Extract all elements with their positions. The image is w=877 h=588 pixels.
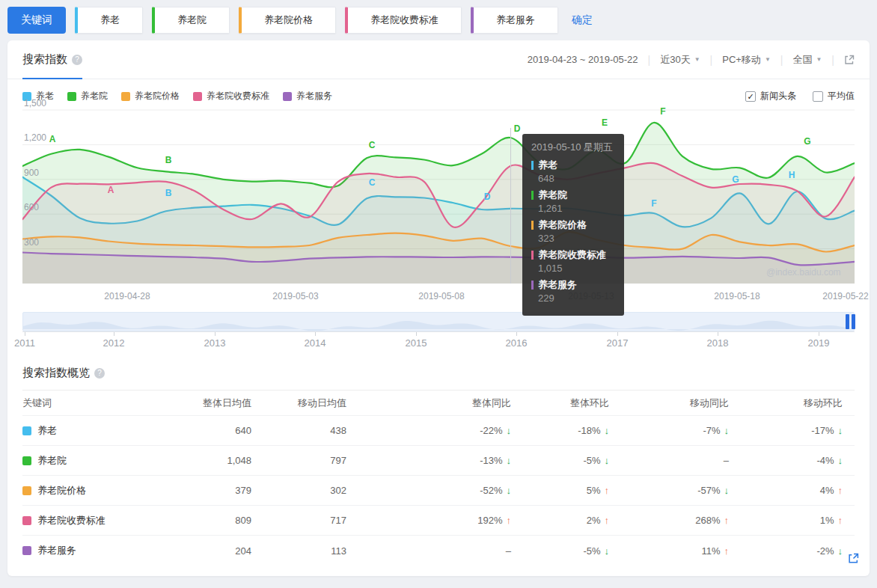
- keyword-swatch: [22, 486, 31, 495]
- legend-item[interactable]: 养老院: [67, 90, 108, 102]
- keyword-tag[interactable]: 养老服务: [471, 7, 558, 34]
- trend-up-arrow-icon: ↑: [838, 515, 843, 526]
- news-marker-d[interactable]: D: [514, 123, 521, 134]
- news-marker-c[interactable]: C: [369, 140, 376, 150]
- column-header: 移动环比: [739, 396, 853, 410]
- keyword-name: 养老院: [37, 454, 67, 468]
- news-marker-d[interactable]: D: [484, 192, 491, 202]
- keyword-tag[interactable]: 养老院: [152, 7, 230, 34]
- overall-avg-cell: 379: [157, 485, 262, 496]
- trend-down-arrow-icon: ↓: [507, 485, 512, 496]
- table-row: 养老服务 204 113 –-5%↓11%↑-2%↓: [22, 536, 855, 566]
- keyword-tag[interactable]: 养老院价格: [239, 7, 336, 34]
- news-marker-a[interactable]: A: [49, 134, 56, 144]
- trend-chart[interactable]: 3006009001,2001,500 2019-04-282019-05-03…: [22, 107, 855, 303]
- overview-table: 关键词整体日均值移动日均值整体同比整体环比移动同比移动环比 养老 640 438…: [22, 391, 855, 566]
- keyword-tag[interactable]: 养老: [75, 7, 143, 34]
- trend-cell: 192%↑: [357, 515, 522, 526]
- help-icon[interactable]: ?: [72, 55, 82, 65]
- range-dropdown[interactable]: 近30天 ▼: [660, 53, 700, 67]
- legend-swatch: [121, 92, 130, 101]
- y-axis-label: 1,200: [24, 132, 46, 143]
- news-headlines-checkbox[interactable]: ✓ 新闻头条: [745, 90, 796, 102]
- news-marker-c[interactable]: C: [369, 177, 376, 188]
- trend-cell: -7%↓: [620, 425, 739, 436]
- keyword-button[interactable]: 关键词: [7, 7, 66, 34]
- date-range[interactable]: 2019-04-23 ~ 2019-05-22: [528, 54, 638, 65]
- checkbox-unchecked-icon: [813, 91, 823, 102]
- news-marker-f[interactable]: F: [651, 198, 656, 209]
- trend-cell: -17%↓: [739, 425, 853, 436]
- legend-item[interactable]: 养老院价格: [121, 90, 180, 102]
- keyword-swatch: [22, 426, 31, 435]
- mobile-avg-cell: 717: [262, 515, 357, 526]
- trend-down-arrow-icon: ↓: [838, 425, 843, 436]
- trend-cell: 4%↑: [739, 485, 853, 496]
- keyword-name: 养老院价格: [37, 484, 86, 497]
- legend-item[interactable]: 养老院收费标准: [193, 90, 269, 102]
- help-icon[interactable]: ?: [94, 368, 105, 379]
- trend-up-arrow-icon: ↑: [605, 515, 610, 526]
- slider-ticks: [22, 331, 855, 337]
- confirm-link[interactable]: 确定: [572, 13, 593, 27]
- keyword-name: 养老院收费标准: [37, 514, 106, 527]
- trend-cell: 5%↑: [522, 485, 620, 496]
- column-header: 移动同比: [620, 396, 739, 410]
- news-marker-e[interactable]: E: [602, 117, 608, 128]
- trend-cell: -13%↓: [357, 455, 522, 466]
- trend-down-arrow-icon: ↓: [605, 425, 610, 436]
- search-index-panel: 搜索指数 ? 2019-04-23 ~ 2019-05-22 | 近30天 ▼ …: [7, 40, 870, 576]
- y-axis-label: 900: [24, 168, 39, 178]
- keyword-swatch: [22, 456, 31, 465]
- trend-cell: -2%↓: [739, 545, 853, 557]
- table-row: 养老院 1,048 797 -13%↓-5%↓–-4%↓: [22, 446, 855, 476]
- keyword-cell: 养老: [22, 424, 157, 438]
- trend-down-arrow-icon: ↓: [605, 455, 610, 466]
- trend-down-arrow-icon: ↓: [605, 545, 610, 557]
- chevron-down-icon: ▼: [816, 56, 822, 63]
- device-dropdown[interactable]: PC+移动 ▼: [722, 53, 771, 67]
- slider-track[interactable]: [22, 312, 855, 331]
- region-dropdown[interactable]: 全国 ▼: [792, 53, 822, 67]
- average-checkbox[interactable]: 平均值: [813, 90, 855, 102]
- legend-row: 养老 养老院 养老院价格 养老院收费标准 养老服务 ✓ 新闻头条 平均值: [7, 79, 870, 102]
- trend-up-arrow-icon: ↑: [724, 545, 730, 557]
- slider-year-labels: 201120122013201420152016201720182019: [22, 337, 855, 349]
- keyword-tag[interactable]: 养老院收费标准: [345, 7, 462, 34]
- news-marker-g[interactable]: G: [732, 174, 739, 185]
- table-row: 养老院价格 379 302 -52%↓5%↑-57%↓4%↑: [22, 476, 855, 506]
- trend-up-arrow-icon: ↑: [838, 485, 843, 496]
- trend-cell: –: [620, 455, 739, 466]
- keyword-cell: 养老院收费标准: [22, 514, 157, 527]
- tooltip-series-name: 养老服务: [538, 278, 577, 292]
- keyword-toolbar: 关键词 养老 养老院 养老院价格 养老院收费标准 养老服务 确定: [0, 0, 877, 34]
- overview-title: 搜索指数概览: [22, 366, 90, 380]
- chart-canvas[interactable]: [22, 107, 855, 287]
- legend-label: 养老院: [81, 90, 108, 102]
- trend-cell: -18%↓: [522, 425, 620, 436]
- y-axis-label: 300: [24, 237, 39, 248]
- tooltip-series-name: 养老院价格: [538, 218, 587, 232]
- external-link-icon[interactable]: [844, 55, 855, 65]
- keyword-cell: 养老院价格: [22, 484, 157, 497]
- news-marker-f[interactable]: F: [660, 106, 665, 117]
- news-marker-h[interactable]: H: [789, 170, 795, 180]
- mobile-avg-cell: 302: [262, 485, 357, 496]
- news-marker-b[interactable]: B: [165, 188, 172, 198]
- legend-swatch: [283, 92, 292, 101]
- external-link-bottom-icon[interactable]: [848, 553, 859, 567]
- tab-search-index[interactable]: 搜索指数 ?: [22, 40, 82, 79]
- slider-handle[interactable]: [846, 314, 855, 329]
- slider-year-label: 2015: [406, 337, 427, 349]
- chevron-down-icon: ▼: [765, 56, 771, 63]
- news-marker-g[interactable]: G: [804, 136, 810, 147]
- chart-tooltip: 2019-05-10 星期五 养老 648 养老院 1,261 养老院价格 32…: [522, 134, 624, 316]
- tooltip-series-name: 养老: [538, 159, 557, 172]
- chart-legend: 养老 养老院 养老院价格 养老院收费标准 养老服务: [22, 90, 346, 102]
- legend-item[interactable]: 养老服务: [283, 90, 332, 102]
- slider-year-label: 2014: [305, 337, 326, 349]
- tooltip-series-bar: [531, 251, 534, 260]
- news-marker-b[interactable]: B: [165, 155, 172, 165]
- table-row: 养老院收费标准 809 717 192%↑2%↑268%↑1%↑: [22, 506, 855, 536]
- news-marker-a[interactable]: A: [108, 185, 114, 195]
